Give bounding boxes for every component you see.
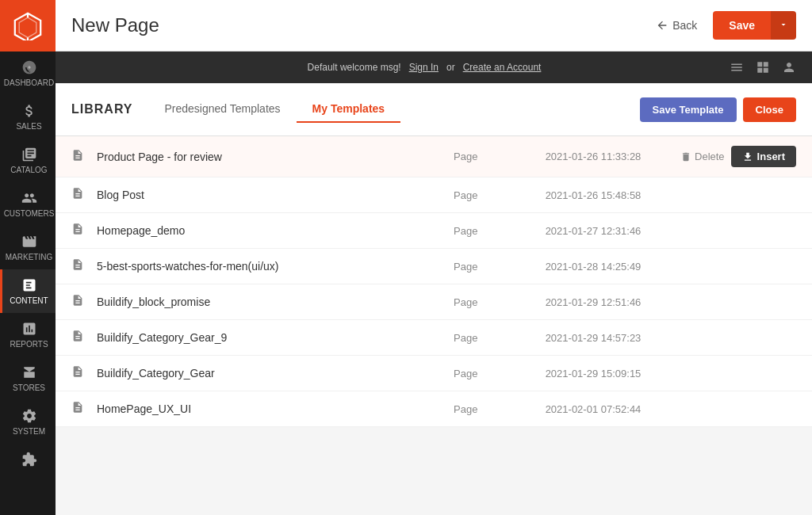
library-header: LIBRARY Predesigned Templates My Templat…: [56, 83, 812, 136]
sidebar-item-sales[interactable]: SALES: [0, 95, 56, 139]
tab-my-templates[interactable]: My Templates: [297, 96, 401, 123]
template-name: 5-best-sports-watches-for-men(ui/ux): [97, 260, 441, 273]
template-file-icon: [71, 401, 84, 417]
template-file-icon: [71, 258, 84, 274]
save-button[interactable]: Save: [713, 11, 771, 40]
template-date: 2021-01-26 15:48:58: [530, 189, 657, 201]
sidebar-item-system[interactable]: SYSTEM: [0, 400, 56, 444]
topbar: New Page Back Save: [56, 0, 812, 52]
save-button-group: Save: [713, 11, 796, 40]
menu-icon[interactable]: [730, 60, 744, 74]
template-name: HomePage_UX_UI: [97, 402, 441, 415]
template-row[interactable]: 5-best-sports-watches-for-men(ui/ux) Pag…: [56, 249, 812, 284]
sidebar-item-stores-label: STORES: [13, 383, 45, 392]
magento-logo-icon: [13, 12, 42, 40]
sidebar-item-extensions[interactable]: [0, 444, 56, 475]
sidebar-item-dashboard-label: DASHBOARD: [4, 78, 54, 87]
sidebar-item-sales-label: SALES: [16, 122, 41, 131]
template-file-icon: [71, 223, 84, 238]
template-file-icon: [71, 187, 84, 203]
topbar-actions: Back Save: [646, 11, 796, 40]
sidebar-item-customers-label: CUSTOMERS: [4, 209, 55, 218]
sidebar-item-dashboard[interactable]: DASHBOARD: [0, 52, 56, 95]
template-type: Page: [454, 151, 517, 162]
preview-bar-center: Default welcome msg! Sign In or Create a…: [119, 62, 730, 73]
sign-in-link[interactable]: Sign In: [409, 62, 439, 73]
template-date: 2021-01-27 12:31:46: [530, 225, 657, 237]
sidebar-logo[interactable]: [0, 0, 56, 52]
marketing-icon: [21, 234, 37, 250]
arrow-left-icon: [656, 19, 668, 32]
template-date: 2021-01-29 14:57:23: [530, 332, 657, 344]
sidebar-item-catalog[interactable]: CATALOG: [0, 139, 56, 182]
save-dropdown-button[interactable]: [771, 11, 796, 40]
template-date: 2021-01-29 12:51:46: [530, 296, 657, 308]
template-name: Homepage_demo: [97, 224, 441, 237]
catalog-icon: [21, 147, 37, 162]
sidebar-item-reports-label: REPORTS: [10, 340, 48, 349]
template-date: 2021-01-26 11:33:28: [530, 151, 657, 162]
template-row[interactable]: Buildify_Category_Gear Page 2021-01-29 1…: [56, 356, 812, 391]
download-icon: [742, 151, 753, 162]
tab-predesigned-templates[interactable]: Predesigned Templates: [149, 96, 297, 123]
template-type: Page: [454, 403, 517, 415]
welcome-msg: Default welcome msg!: [308, 62, 401, 73]
page-title: New Page: [71, 14, 646, 36]
library-modal: LIBRARY Predesigned Templates My Templat…: [56, 83, 812, 427]
dashboard-icon: [21, 59, 37, 75]
template-date: 2021-02-01 07:52:44: [530, 403, 657, 415]
sidebar: DASHBOARD SALES CATALOG CUSTOMERS MARKET…: [0, 0, 56, 515]
save-template-button[interactable]: Save Template: [640, 97, 737, 122]
extensions-icon: [21, 452, 37, 467]
sales-icon: [21, 103, 37, 119]
sidebar-item-customers[interactable]: CUSTOMERS: [0, 182, 56, 226]
main-content: New Page Back Save Default welcome msg! …: [56, 0, 812, 515]
template-row[interactable]: HomePage_UX_UI Page 2021-02-01 07:52:44: [56, 391, 812, 427]
template-type: Page: [454, 225, 517, 237]
template-row[interactable]: Product Page - for review Page 2021-01-2…: [56, 136, 812, 177]
template-row[interactable]: Homepage_demo Page 2021-01-27 12:31:46: [56, 213, 812, 249]
or-text: or: [446, 62, 455, 73]
template-row[interactable]: Buildify_block_promise Page 2021-01-29 1…: [56, 284, 812, 320]
template-actions: Delete Insert: [669, 146, 796, 167]
delete-template-button[interactable]: Delete: [680, 151, 725, 162]
grid-icon[interactable]: [756, 60, 770, 74]
template-row[interactable]: Buildify_Category_Gear_9 Page 2021-01-29…: [56, 320, 812, 356]
template-file-icon: [71, 149, 84, 165]
sidebar-item-stores[interactable]: STORES: [0, 357, 56, 400]
library-header-actions: Save Template Close: [640, 97, 797, 122]
library-tabs: Predesigned Templates My Templates: [149, 96, 624, 123]
template-file-icon: [71, 365, 84, 381]
template-row[interactable]: Blog Post Page 2021-01-26 15:48:58: [56, 177, 812, 213]
template-type: Page: [454, 189, 517, 201]
sidebar-item-system-label: SYSTEM: [13, 427, 45, 436]
person-icon[interactable]: [782, 60, 796, 74]
create-account-link[interactable]: Create an Account: [463, 62, 542, 73]
template-name: Buildify_block_promise: [97, 296, 441, 308]
sidebar-item-marketing-label: MARKETING: [6, 253, 52, 261]
template-type: Page: [454, 296, 517, 308]
sidebar-item-marketing[interactable]: MARKETING: [0, 226, 56, 269]
chevron-down-icon: [779, 20, 788, 29]
template-type: Page: [454, 261, 517, 273]
insert-template-button[interactable]: Insert: [731, 146, 796, 167]
template-type: Page: [454, 368, 517, 380]
template-date: 2021-01-28 14:25:49: [530, 261, 657, 273]
preview-bar-right: [730, 60, 796, 74]
template-name: Buildify_Category_Gear_9: [97, 331, 441, 344]
reports-icon: [21, 321, 37, 337]
sidebar-item-content[interactable]: CONTENT: [0, 269, 56, 313]
trash-icon: [680, 151, 691, 162]
template-type: Page: [454, 332, 517, 344]
library-title: LIBRARY: [71, 102, 133, 116]
preview-bar: Default welcome msg! Sign In or Create a…: [56, 52, 812, 83]
sidebar-item-reports[interactable]: REPORTS: [0, 313, 56, 357]
stores-icon: [21, 364, 37, 380]
back-button[interactable]: Back: [646, 13, 707, 38]
template-date: 2021-01-29 15:09:15: [530, 368, 657, 380]
template-list: Product Page - for review Page 2021-01-2…: [56, 136, 812, 427]
close-library-button[interactable]: Close: [743, 97, 796, 122]
template-name: Product Page - for review: [97, 151, 441, 163]
customers-icon: [21, 190, 37, 206]
content-icon: [21, 277, 37, 293]
